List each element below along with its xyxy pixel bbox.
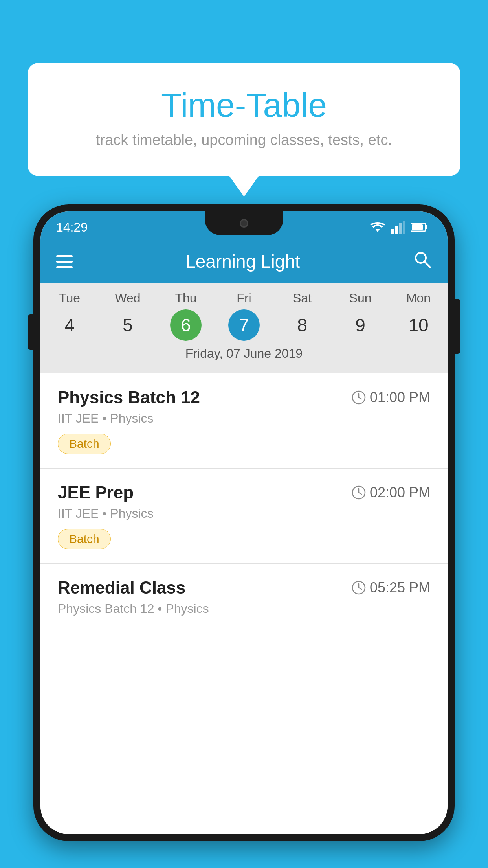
svg-marker-0	[375, 229, 380, 232]
batch-badge-1: Batch	[58, 434, 111, 454]
class-time-2: 02:00 PM	[352, 484, 430, 501]
day-name-sat: Sat	[273, 291, 331, 305]
clock-icon-2	[352, 485, 366, 500]
menu-line-3	[56, 266, 73, 268]
class-item-1[interactable]: Physics Batch 12 01:00 PM IIT JEE • Phys…	[40, 373, 448, 469]
calendar-strip: Tue Wed Thu Fri Sat Sun Mon 4 5 6 7 8 9 …	[40, 283, 448, 373]
bubble-subtitle: track timetable, upcoming classes, tests…	[59, 132, 429, 149]
selected-date-label: Friday, 07 June 2019	[40, 341, 448, 368]
class-time-1: 01:00 PM	[352, 389, 430, 406]
speech-bubble-container: Time-Table track timetable, upcoming cla…	[28, 63, 460, 176]
phone-outer: 14:29	[33, 204, 455, 841]
day-name-thu: Thu	[157, 291, 215, 305]
menu-line-2	[56, 261, 73, 263]
class-item-2[interactable]: JEE Prep 02:00 PM IIT JEE • Physics Batc…	[40, 469, 448, 564]
svg-rect-7	[412, 224, 423, 230]
clock-icon-1	[352, 390, 366, 405]
app-bar: Learning Light	[40, 240, 448, 283]
class-meta-3: Physics Batch 12 • Physics	[58, 601, 430, 616]
day-6-today[interactable]: 6	[170, 309, 202, 341]
day-9[interactable]: 9	[331, 309, 389, 341]
search-button[interactable]	[413, 250, 432, 273]
day-name-sun: Sun	[331, 291, 389, 305]
bubble-title: Time-Table	[59, 86, 429, 124]
day-numbers-row: 4 5 6 7 8 9 10	[40, 309, 448, 341]
phone-screen: 14:29	[40, 211, 448, 834]
class-name-3: Remedial Class	[58, 578, 185, 598]
class-item-2-header: JEE Prep 02:00 PM	[58, 483, 430, 502]
clock-icon-3	[352, 581, 366, 595]
class-name-1: Physics Batch 12	[58, 388, 200, 407]
day-name-wed: Wed	[99, 291, 157, 305]
class-item-3-header: Remedial Class 05:25 PM	[58, 578, 430, 598]
signal-icon	[391, 221, 405, 234]
class-list: Physics Batch 12 01:00 PM IIT JEE • Phys…	[40, 373, 448, 834]
class-meta-1: IIT JEE • Physics	[58, 411, 430, 426]
svg-line-9	[425, 262, 430, 267]
day-10[interactable]: 10	[389, 309, 448, 341]
svg-rect-1	[391, 229, 394, 234]
svg-line-18	[359, 588, 361, 589]
menu-icon[interactable]	[56, 255, 73, 268]
day-names-row: Tue Wed Thu Fri Sat Sun Mon	[40, 291, 448, 305]
day-name-fri: Fri	[215, 291, 273, 305]
front-camera	[240, 219, 248, 228]
status-time: 14:29	[56, 220, 88, 235]
status-icons	[370, 221, 428, 234]
svg-line-12	[359, 397, 361, 399]
day-8[interactable]: 8	[273, 309, 331, 341]
menu-line-1	[56, 255, 73, 257]
class-time-3: 05:25 PM	[352, 579, 430, 596]
day-name-mon: Mon	[389, 291, 448, 305]
day-name-tue: Tue	[40, 291, 99, 305]
svg-rect-4	[403, 221, 405, 234]
class-item-1-header: Physics Batch 12 01:00 PM	[58, 388, 430, 407]
svg-rect-3	[399, 223, 402, 234]
speech-bubble: Time-Table track timetable, upcoming cla…	[28, 63, 460, 176]
phone-notch	[205, 211, 283, 235]
day-4[interactable]: 4	[40, 309, 99, 341]
day-5[interactable]: 5	[99, 309, 157, 341]
svg-rect-2	[395, 226, 398, 234]
svg-rect-6	[426, 225, 427, 229]
class-item-3[interactable]: Remedial Class 05:25 PM Physics Batch 12…	[40, 564, 448, 638]
svg-line-15	[359, 493, 361, 494]
app-title: Learning Light	[84, 251, 401, 272]
batch-badge-2: Batch	[58, 529, 111, 549]
class-meta-2: IIT JEE • Physics	[58, 506, 430, 521]
phone-container: 14:29	[33, 204, 455, 868]
day-7-selected[interactable]: 7	[228, 309, 260, 341]
wifi-icon	[370, 221, 385, 234]
battery-icon	[411, 222, 428, 233]
class-name-2: JEE Prep	[58, 483, 134, 502]
